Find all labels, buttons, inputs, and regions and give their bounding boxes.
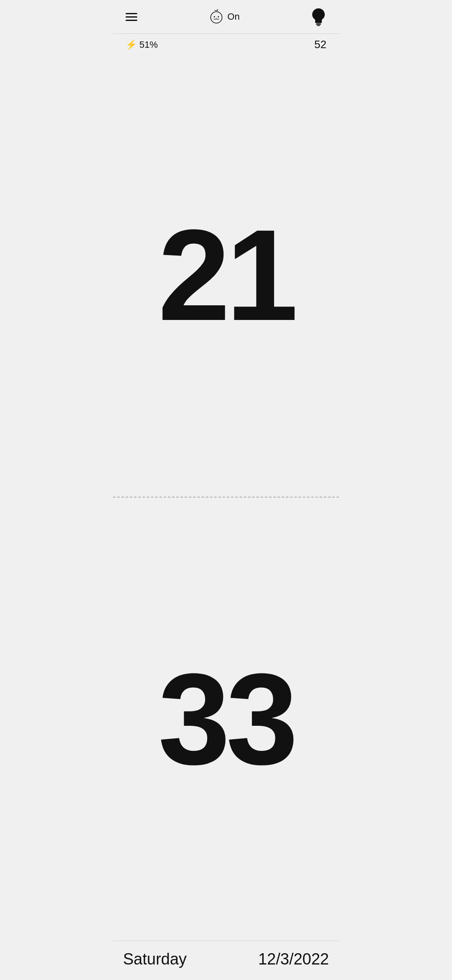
status-bar: ⚡ 51% 52 [113,34,339,54]
clock-hours-section: 21 [113,54,339,498]
footer-date-bar: Saturday 12/3/2022 [113,941,339,980]
svg-point-2 [218,16,219,17]
svg-rect-5 [316,23,321,25]
svg-point-4 [216,18,217,18]
battery-percent: 51% [139,39,158,50]
full-date: 12/3/2022 [258,950,329,968]
svg-point-1 [214,16,215,17]
status-label: On [227,11,239,22]
clock-minutes-section: 33 [113,498,339,941]
lightbulb-icon [311,8,326,26]
hours-display: 21 [158,210,294,340]
svg-rect-6 [317,25,320,26]
lightbulb-button[interactable] [311,8,326,26]
battery-info: ⚡ 51% [126,39,158,50]
minutes-display: 33 [158,654,294,784]
day-of-week: Saturday [123,950,187,968]
seconds-display: 52 [314,38,326,51]
tomato-icon [208,8,225,25]
app-status-center: On [208,8,239,25]
svg-point-0 [211,12,222,23]
menu-button[interactable] [126,13,137,21]
battery-charging-icon: ⚡ [126,39,137,50]
toolbar: On [113,0,339,34]
